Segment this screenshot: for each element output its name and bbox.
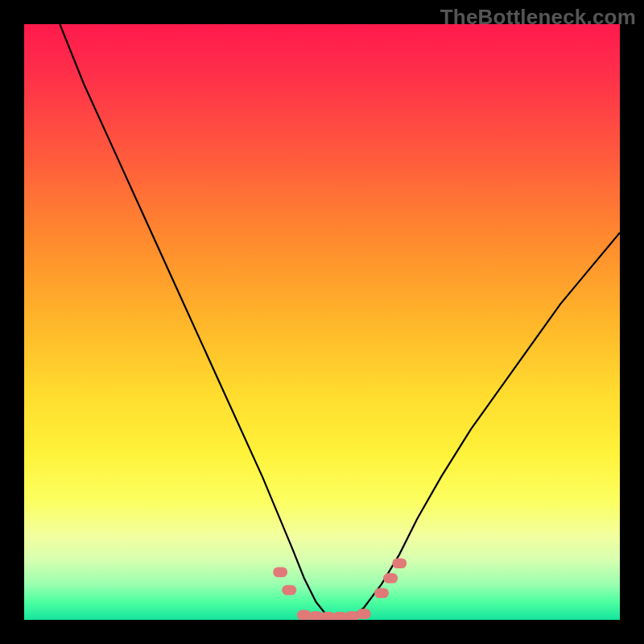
plot-area — [24, 24, 620, 620]
watermark-label: TheBottleneck.com — [440, 5, 636, 30]
curve-marker — [273, 568, 287, 578]
bottleneck-chart — [24, 24, 620, 620]
curve-marker — [357, 609, 371, 619]
bottleneck-curve — [60, 24, 620, 617]
curve-marker — [383, 573, 398, 584]
curve-marker — [374, 588, 389, 598]
chart-frame: TheBottleneck.com — [0, 0, 644, 644]
curve-marker — [282, 585, 296, 596]
curve-marker — [392, 558, 407, 568]
marker-group — [273, 558, 407, 620]
